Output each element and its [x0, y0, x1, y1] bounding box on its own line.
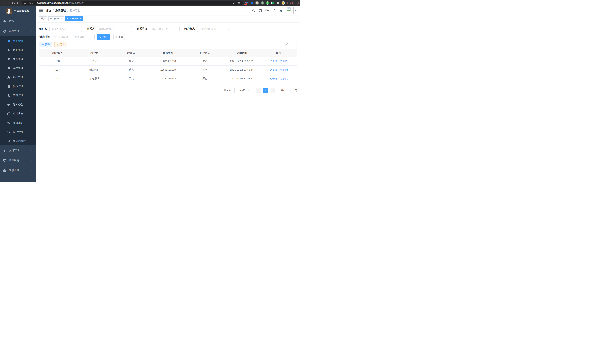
update-button[interactable]: 更新 — [287, 1, 299, 5]
sidebar-item-post-management[interactable]: 岗位管理 — [0, 82, 36, 91]
gear-icon — [3, 30, 6, 33]
add-button-label: 新增 — [45, 43, 50, 46]
extension-icon-avatar[interactable] — [260, 1, 264, 5]
refresh-button[interactable] — [292, 42, 297, 47]
page-size-select[interactable]: 10条/页 — [234, 88, 252, 93]
sidebar-item-payment-management[interactable]: ¥ 支付管理 — [0, 145, 36, 156]
warning-icon — [23, 0, 26, 5]
extensions-puzzle-icon[interactable] — [276, 1, 280, 5]
sidebar-item-error-code-management[interactable]: 错误码管理 — [0, 136, 36, 145]
share-icon[interactable] — [232, 0, 236, 5]
sidebar-item-role-management[interactable]: 角色管理 — [0, 55, 36, 64]
delete-link[interactable]: 删除 — [280, 77, 288, 80]
avatar[interactable] — [286, 7, 293, 14]
sidebar-item-label: 在线用户 — [13, 121, 23, 124]
extension-icon-chat[interactable] — [271, 1, 275, 5]
goto-page-input[interactable] — [287, 88, 293, 93]
address-bar[interactable]: 不安全 dashboard.yudao.iocoder.cn/system/te… — [22, 1, 243, 5]
sidebar-item-audit-log[interactable]: 审计日志 — [0, 109, 36, 118]
export-button[interactable]: 导出 — [54, 42, 67, 47]
sidebar-item-menu-management[interactable]: 菜单管理 — [0, 64, 36, 73]
sidebar-item-online-users[interactable]: 在线用户 — [0, 118, 36, 127]
extension-icon-y[interactable]: Y — [265, 1, 270, 5]
tab-home[interactable]: 首页 — [39, 16, 47, 21]
edit-link[interactable]: 修改 — [270, 77, 277, 80]
admin-app: 芋道管理系统 首页 系统管理 租户管理 用户管理 — [0, 6, 300, 182]
sidebar-toggle-icon[interactable] — [39, 9, 43, 12]
extension-icon-gem[interactable] — [250, 1, 254, 5]
status-select[interactable]: 请选择租户状态 — [197, 26, 231, 32]
extension-icon-blocks[interactable]: 10 — [245, 1, 249, 5]
sidebar-item-dev-tools[interactable]: 研发工具 — [0, 166, 36, 176]
sidebar-item-infrastructure[interactable]: 基础设施 — [0, 156, 36, 166]
kebab-menu-icon — [295, 2, 297, 4]
user-menu[interactable] — [286, 7, 297, 14]
extensions-area: 10 ⌘ Y 更新 — [245, 1, 299, 5]
tab-label: 部门管理 — [50, 17, 59, 20]
reset-button[interactable]: 重置 — [113, 34, 125, 40]
bookmark-star-icon[interactable] — [236, 0, 241, 5]
sidebar-item-dict-management[interactable]: 字典管理 — [0, 91, 36, 100]
url-text[interactable]: dashboard.yudao.iocoder.cn/system/tenant — [37, 2, 232, 4]
delete-link[interactable]: 删除 — [280, 60, 288, 63]
sidebar-item-tenant-management[interactable]: 租户管理 — [0, 36, 36, 46]
next-page-button[interactable] — [271, 88, 275, 93]
close-icon[interactable]: ✕ — [60, 18, 62, 20]
tenant-page: 租户名 联系人 联系手机 租户状态 请选择租户状态 — [36, 22, 300, 182]
extension-icon-command[interactable]: ⌘ — [255, 1, 259, 5]
search-button[interactable]: 搜索 — [97, 34, 110, 40]
reload-icon[interactable] — [11, 0, 16, 5]
mobile-input[interactable] — [150, 26, 180, 32]
sidebar-item-home[interactable]: 首页 — [0, 16, 36, 26]
sidebar-item-notice[interactable]: 通知公告 — [0, 100, 36, 109]
page-number-button[interactable]: 1 — [263, 88, 268, 93]
status-select-placeholder: 请选择租户状态 — [199, 27, 216, 31]
tab-tenant-management[interactable]: 租户管理 ✕ — [65, 16, 83, 21]
profile-avatar-icon[interactable] — [281, 1, 285, 5]
contact-input[interactable] — [97, 26, 132, 32]
tab-dept-management[interactable]: 部门管理 ✕ — [48, 16, 64, 21]
chevron-down-icon — [227, 28, 229, 30]
table-header-row: 租户编号 租户名 联系人 联系手机 租户状态 创建时间 操作 — [39, 49, 297, 57]
forward-icon[interactable] — [6, 0, 11, 5]
sidebar-item-system-management[interactable]: 系统管理 — [0, 26, 36, 36]
breadcrumb-item-home[interactable]: 首页 — [46, 9, 51, 12]
navbar-right: ? TT — [252, 7, 297, 14]
table-settings — [285, 42, 297, 47]
add-button[interactable]: 新增 — [39, 42, 52, 47]
svg-text:?: ? — [267, 9, 268, 11]
cell-tenant-name: 芋道源码 — [76, 74, 113, 83]
sidebar-item-label: 通知公告 — [13, 103, 23, 106]
close-icon[interactable]: ✕ — [79, 18, 81, 20]
github-icon[interactable] — [259, 9, 262, 12]
edit-link[interactable]: 修改 — [270, 60, 277, 63]
cell-tenant-id: 107 — [39, 65, 76, 74]
cell-status: 开启 — [187, 74, 223, 83]
sidebar-item-dept-management[interactable]: 部门管理 — [0, 73, 36, 82]
tenant-name-input[interactable] — [49, 26, 82, 32]
tenant-table: 租户编号 租户名 联系人 联系手机 租户状态 创建时间 操作 108 测试 — [39, 49, 297, 83]
font-size-icon[interactable]: TT — [279, 9, 283, 12]
breadcrumb-item-system[interactable]: 系统管理 — [55, 9, 66, 12]
sidebar-item-user-management[interactable]: 用户管理 — [0, 46, 36, 55]
tree-icon — [7, 76, 10, 79]
cell-actions: 修改 删除 — [260, 57, 297, 65]
col-created: 创建时间 — [223, 49, 260, 57]
filter-tenant-name: 租户名 — [39, 26, 82, 32]
home-icon[interactable] — [16, 0, 21, 5]
search-icon[interactable] — [252, 9, 255, 12]
cell-tenant-id: 108 — [39, 57, 76, 65]
fullscreen-icon[interactable] — [272, 9, 275, 12]
security-label[interactable]: 不安全 — [27, 1, 34, 5]
edit-link[interactable]: 修改 — [270, 68, 277, 72]
create-time-range-picker[interactable]: 开始日期 - 结束日期 — [52, 34, 95, 40]
prev-page-button[interactable] — [256, 88, 261, 93]
back-icon[interactable] — [1, 0, 6, 5]
sidebar-item-label: 首页 — [9, 20, 14, 23]
delete-link[interactable]: 删除 — [280, 68, 288, 72]
app-logo[interactable]: 芋道管理系统 — [0, 6, 36, 16]
extension-badge: 10 — [244, 3, 247, 5]
help-icon[interactable]: ? — [265, 9, 269, 12]
hide-search-button[interactable] — [285, 42, 290, 47]
sidebar-item-sms-management[interactable]: 短信管理 — [0, 127, 36, 136]
